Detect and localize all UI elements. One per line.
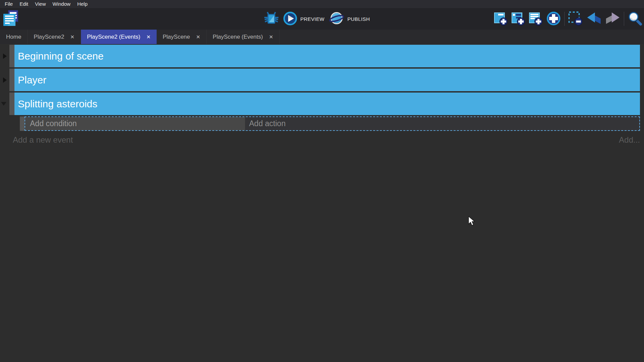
tab-label: PlayScene2 <box>34 34 64 40</box>
close-icon[interactable]: ✕ <box>70 34 75 39</box>
publish-button[interactable]: PUBLISH <box>329 11 370 27</box>
add-new-event-row[interactable]: Add a new event Add... <box>0 132 644 148</box>
event-drag-handle <box>9 45 14 67</box>
expanded-arrow-icon <box>1 102 6 106</box>
close-icon[interactable]: ✕ <box>146 34 151 39</box>
add-event-button[interactable] <box>494 11 508 27</box>
selected-empty-event-row[interactable]: Add condition Add action <box>20 116 640 131</box>
remove-selection-icon <box>568 11 583 27</box>
publish-label: PUBLISH <box>347 16 370 22</box>
collapsed-arrow-icon <box>3 53 7 59</box>
tab-home[interactable]: Home <box>0 30 28 44</box>
search-icon <box>628 11 642 27</box>
menu-bar: File Edit View Window Help <box>0 0 644 8</box>
expand-toggle[interactable] <box>0 93 9 115</box>
event-group-row[interactable]: Beginning of scene <box>0 45 644 67</box>
add-subevent-icon <box>511 11 525 27</box>
main-toolbar: PREVIEW PUBLISH <box>0 8 644 30</box>
tab-label: PlayScene (Events) <box>213 34 263 40</box>
expand-toggle[interactable] <box>0 45 9 67</box>
tab-playscene2-events[interactable]: PlayScene2 (Events) ✕ <box>81 30 157 44</box>
tab-playscene[interactable]: PlayScene ✕ <box>157 30 207 44</box>
tab-playscene2[interactable]: PlayScene2 ✕ <box>28 30 81 44</box>
tab-label: PlayScene2 (Events) <box>87 34 140 40</box>
menu-window[interactable]: Window <box>49 0 74 8</box>
events-sheet-logo-icon <box>2 9 19 27</box>
event-group-row[interactable]: Splitting asteroids <box>0 93 644 115</box>
preview-play-icon <box>283 11 297 27</box>
toolbar-separator <box>624 12 624 26</box>
close-icon[interactable]: ✕ <box>196 34 200 39</box>
redo-icon <box>605 12 620 26</box>
event-group-title[interactable]: Beginning of scene <box>14 45 640 67</box>
redo-button[interactable] <box>605 12 620 26</box>
add-subevent-button[interactable] <box>511 11 525 27</box>
add-condition-button[interactable]: Add condition <box>25 117 245 130</box>
selected-event-box: Add condition Add action <box>25 116 640 131</box>
add-action-button[interactable]: Add action <box>245 117 639 130</box>
add-comment-icon <box>529 11 543 27</box>
publish-globe-icon <box>329 11 344 27</box>
toolbar-center-group: PREVIEW PUBLISH <box>264 8 370 30</box>
event-drag-handle <box>20 116 25 131</box>
add-event-dropdown-button[interactable]: Add... <box>619 135 640 145</box>
menu-edit[interactable]: Edit <box>16 0 32 8</box>
add-new-event-label[interactable]: Add a new event <box>13 135 73 145</box>
tab-playscene-events[interactable]: PlayScene (Events) ✕ <box>207 30 280 44</box>
add-event-icon <box>494 11 508 27</box>
undo-icon <box>586 12 602 26</box>
tab-bar: Home PlayScene2 ✕ PlayScene2 (Events) ✕ … <box>0 30 644 44</box>
event-drag-handle <box>9 69 14 91</box>
toolbar-right-group <box>494 8 642 30</box>
menu-file[interactable]: File <box>3 0 16 8</box>
event-group-title[interactable]: Splitting asteroids <box>14 93 640 115</box>
search-button[interactable] <box>628 11 642 27</box>
preview-label: PREVIEW <box>300 16 324 22</box>
expand-toggle[interactable] <box>0 69 9 91</box>
menu-help[interactable]: Help <box>74 0 91 8</box>
events-sheet: Beginning of scene Player Splitting aste… <box>0 44 644 148</box>
event-group-row[interactable]: Player <box>0 69 644 91</box>
close-icon[interactable]: ✕ <box>269 34 273 39</box>
event-drag-handle <box>9 93 14 115</box>
collapsed-arrow-icon <box>3 77 7 83</box>
undo-button[interactable] <box>586 12 602 26</box>
event-group-title[interactable]: Player <box>14 69 640 91</box>
debugger-bug-icon <box>264 11 279 27</box>
debugger-button[interactable] <box>264 11 279 27</box>
tab-label: PlayScene <box>163 34 190 40</box>
preview-button[interactable]: PREVIEW <box>283 11 324 27</box>
mouse-cursor-icon <box>468 216 476 228</box>
add-circle-button[interactable] <box>546 11 561 27</box>
tab-label: Home <box>6 34 21 40</box>
add-comment-button[interactable] <box>529 11 543 27</box>
add-circle-icon <box>546 11 561 27</box>
remove-selection-button[interactable] <box>568 11 583 27</box>
menu-view[interactable]: View <box>32 0 49 8</box>
toolbar-separator <box>564 12 565 26</box>
